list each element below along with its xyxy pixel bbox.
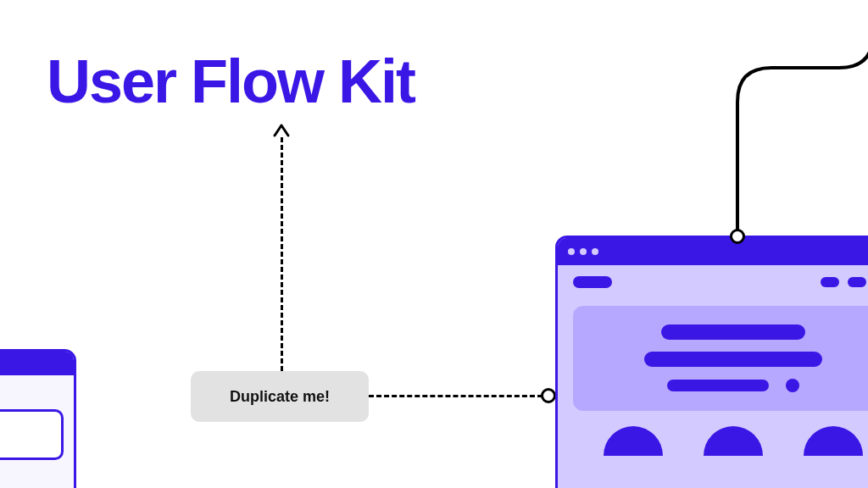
window-titlebar (0, 352, 74, 375)
avatar-placeholder (604, 426, 663, 456)
connector-node-left[interactable] (541, 388, 556, 403)
window-dot-icon (592, 248, 598, 255)
wireframe-window-right[interactable] (555, 236, 868, 488)
wireframe-window-left[interactable] (0, 349, 76, 488)
connector-node-top[interactable] (730, 229, 745, 244)
text-line-placeholder (644, 352, 822, 367)
connector-horizontal (369, 395, 542, 397)
duplicate-box[interactable]: Duplicate me! (191, 371, 369, 422)
avatar-row (558, 411, 868, 456)
hero-card (573, 306, 868, 411)
dot-icon (786, 379, 799, 392)
nav-links (821, 277, 868, 287)
connector-vertical (281, 137, 283, 371)
text-line-placeholder (661, 324, 805, 340)
avatar-placeholder (704, 426, 763, 456)
nav-link-placeholder (821, 277, 839, 287)
inner-card (0, 409, 64, 460)
text-line-placeholder (667, 380, 769, 391)
canvas: User Flow Kit Duplicate me! (0, 0, 868, 488)
nav-logo-placeholder (573, 276, 612, 288)
navbar (558, 265, 868, 299)
nav-link-placeholder (848, 277, 866, 287)
page-title: User Flow Kit (47, 47, 415, 116)
avatar-placeholder (804, 426, 863, 456)
duplicate-label: Duplicate me! (230, 388, 330, 406)
connector-curve-top (729, 0, 868, 254)
window-dot-icon (580, 248, 587, 255)
window-dot-icon (568, 248, 575, 255)
